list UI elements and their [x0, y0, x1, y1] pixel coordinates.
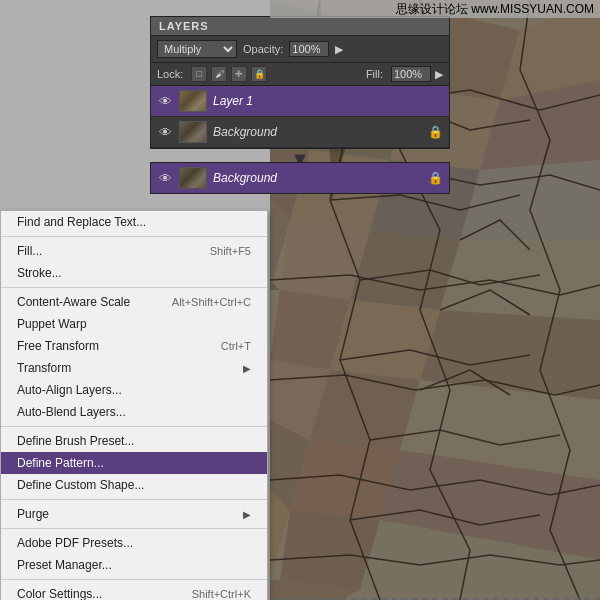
lock-move-icon[interactable]: ✛	[231, 66, 247, 82]
svg-marker-12	[460, 160, 600, 240]
layer1-thumbnail	[179, 90, 207, 112]
menu-separator-4	[1, 499, 267, 500]
background-panel: 👁 Background 🔒	[150, 162, 450, 194]
menu-item-free-transform-shortcut: Ctrl+T	[221, 340, 251, 352]
bg-layer-row-selected[interactable]: 👁 Background 🔒	[151, 163, 449, 193]
menu-separator-6	[1, 579, 267, 580]
menu-item-fill-shortcut: Shift+F5	[210, 245, 251, 257]
menu-item-transform-arrow: ▶	[243, 363, 251, 374]
fill-arrow: ▶	[435, 68, 443, 81]
menu-item-define-custom-shape-label: Define Custom Shape...	[17, 478, 144, 492]
menu-item-auto-align[interactable]: Auto-Align Layers...	[1, 379, 267, 401]
opacity-label: Opacity:	[243, 43, 283, 55]
menu-item-transform[interactable]: Transform ▶	[1, 357, 267, 379]
menu-item-puppet-warp[interactable]: Puppet Warp	[1, 313, 267, 335]
menu-item-define-pattern[interactable]: Define Pattern...	[1, 452, 267, 474]
watermark-text: 思缘设计论坛 www.MISSYUAN.COM	[396, 1, 594, 18]
menu-item-purge-label: Purge	[17, 507, 49, 521]
menu-item-transform-label: Transform	[17, 361, 71, 375]
opacity-pct: ▶	[335, 43, 343, 56]
layers-toolbar: Multiply Normal Screen Opacity: ▶	[151, 36, 449, 63]
menu-item-define-brush-label: Define Brush Preset...	[17, 434, 134, 448]
menu-item-preset-manager[interactable]: Preset Manager...	[1, 554, 267, 576]
bg2-lock-icon: 🔒	[428, 171, 443, 185]
menu-item-define-brush[interactable]: Define Brush Preset...	[1, 430, 267, 452]
bg2-visibility-icon[interactable]: 👁	[157, 170, 173, 186]
menu-item-preset-manager-label: Preset Manager...	[17, 558, 112, 572]
layer1-visibility-icon[interactable]: 👁	[157, 93, 173, 109]
blend-mode-select[interactable]: Multiply Normal Screen	[157, 40, 237, 58]
layers-panel: LAYERS Multiply Normal Screen Opacity: ▶…	[150, 16, 450, 149]
layer-row-layer1[interactable]: 👁 Layer 1	[151, 86, 449, 117]
menu-separator-2	[1, 287, 267, 288]
menu-item-find-replace-label: Find and Replace Text...	[17, 215, 146, 229]
bg2-layer-name: Background	[213, 171, 422, 185]
layers-lock-row: Lock: □ 🖌 ✛ 🔒 Fill: ▶	[151, 63, 449, 86]
lock-paint-icon[interactable]: 🖌	[211, 66, 227, 82]
menu-item-color-settings-label: Color Settings...	[17, 587, 102, 600]
menu-item-auto-align-label: Auto-Align Layers...	[17, 383, 122, 397]
menu-item-color-settings-shortcut: Shift+Ctrl+K	[192, 588, 251, 600]
menu-item-find-replace[interactable]: Find and Replace Text...	[1, 211, 267, 233]
opacity-input[interactable]	[289, 41, 329, 57]
menu-item-fill-label: Fill...	[17, 244, 42, 258]
menu-item-purge-arrow: ▶	[243, 509, 251, 520]
lock-label: Lock:	[157, 68, 183, 80]
lock-all-icon[interactable]: 🔒	[251, 66, 267, 82]
lock-checkbox[interactable]: □	[191, 66, 207, 82]
menu-item-adobe-pdf-label: Adobe PDF Presets...	[17, 536, 133, 550]
menu-separator-1	[1, 236, 267, 237]
menu-separator-5	[1, 528, 267, 529]
layer-row-background[interactable]: 👁 Background 🔒	[151, 117, 449, 148]
menu-item-free-transform-label: Free Transform	[17, 339, 99, 353]
menu-item-auto-blend-label: Auto-Blend Layers...	[17, 405, 126, 419]
background-thumbnail	[179, 121, 207, 143]
background-lock-icon: 🔒	[428, 125, 443, 139]
menu-separator-3	[1, 426, 267, 427]
fill-input[interactable]	[391, 66, 431, 82]
menu-item-fill[interactable]: Fill... Shift+F5	[1, 240, 267, 262]
menu-item-purge[interactable]: Purge ▶	[1, 503, 267, 525]
menu-item-stroke-label: Stroke...	[17, 266, 62, 280]
fill-label: Fill:	[366, 68, 383, 80]
layer1-name: Layer 1	[213, 94, 443, 108]
menu-item-puppet-warp-label: Puppet Warp	[17, 317, 87, 331]
bg2-thumbnail	[179, 167, 207, 189]
menu-item-auto-blend[interactable]: Auto-Blend Layers...	[1, 401, 267, 423]
menu-item-content-aware-label: Content-Aware Scale	[17, 295, 130, 309]
menu-item-color-settings[interactable]: Color Settings... Shift+Ctrl+K	[1, 583, 267, 600]
watermark-strip: 思缘设计论坛 www.MISSYUAN.COM	[270, 0, 600, 18]
menu-item-content-aware-shortcut: Alt+Shift+Ctrl+C	[172, 296, 251, 308]
menu-item-stroke[interactable]: Stroke...	[1, 262, 267, 284]
menu-item-define-pattern-label: Define Pattern...	[17, 456, 104, 470]
background-visibility-icon[interactable]: 👁	[157, 124, 173, 140]
layers-panel-title: LAYERS	[151, 17, 449, 36]
menu-item-content-aware[interactable]: Content-Aware Scale Alt+Shift+Ctrl+C	[1, 291, 267, 313]
menu-item-adobe-pdf[interactable]: Adobe PDF Presets...	[1, 532, 267, 554]
menu-item-define-custom-shape[interactable]: Define Custom Shape...	[1, 474, 267, 496]
context-menu: Find and Replace Text... Fill... Shift+F…	[0, 210, 268, 600]
menu-item-free-transform[interactable]: Free Transform Ctrl+T	[1, 335, 267, 357]
background-layer-name: Background	[213, 125, 422, 139]
